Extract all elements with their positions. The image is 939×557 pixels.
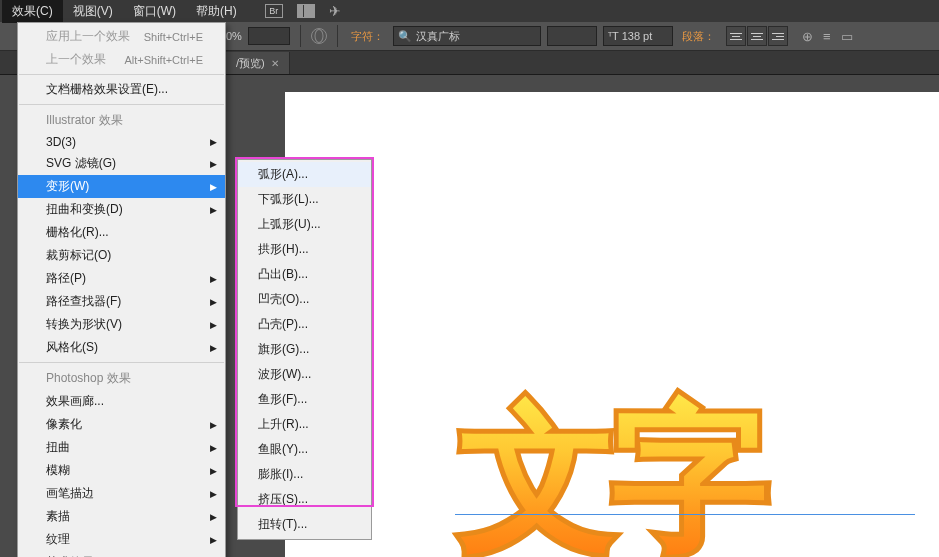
- warp-rise[interactable]: 上升(R)...: [238, 412, 371, 437]
- effect-rasterize[interactable]: 栅格化(R)...: [18, 221, 225, 244]
- warp-inflate[interactable]: 膨胀(I)...: [238, 462, 371, 487]
- effects-menu-dropdown: 应用上一个效果Shift+Ctrl+E 上一个效果Alt+Shift+Ctrl+…: [17, 22, 226, 557]
- apply-last-effect: 应用上一个效果Shift+Ctrl+E: [18, 25, 225, 48]
- effect-path[interactable]: 路径(P)▶: [18, 267, 225, 290]
- effect-crop-marks[interactable]: 裁剪标记(O): [18, 244, 225, 267]
- paragraph-label: 段落：: [682, 29, 715, 44]
- gpu-preview-icon[interactable]: ✈: [329, 3, 341, 19]
- align-panel-icon[interactable]: ≡: [823, 29, 831, 44]
- warp-arc-lower[interactable]: 下弧形(L)...: [238, 187, 371, 212]
- warp-wave[interactable]: 波形(W)...: [238, 362, 371, 387]
- effect-brush-strokes[interactable]: 画笔描边▶: [18, 482, 225, 505]
- warp-bulge[interactable]: 凸出(B)...: [238, 262, 371, 287]
- align-left-button[interactable]: [726, 26, 746, 46]
- warp-flag[interactable]: 旗形(G)...: [238, 337, 371, 362]
- menu-separator: [19, 104, 224, 105]
- separator: [337, 25, 338, 47]
- effect-3d[interactable]: 3D(3)▶: [18, 132, 225, 152]
- menu-separator: [19, 362, 224, 363]
- options-more-icons: ⊕ ≡ ▭: [802, 29, 853, 44]
- globe-icon[interactable]: [311, 28, 327, 44]
- align-center-button[interactable]: [747, 26, 767, 46]
- effect-distort-ps[interactable]: 扭曲▶: [18, 436, 225, 459]
- warp-arc[interactable]: 弧形(A)...: [238, 162, 371, 187]
- font-family-field[interactable]: 🔍 汉真广标: [393, 26, 541, 46]
- menu-effects[interactable]: 效果(C): [2, 0, 63, 23]
- text-artwork[interactable]: 文字 文字: [460, 398, 764, 556]
- arrange-docs-icon[interactable]: [297, 4, 315, 18]
- search-icon: 🔍: [398, 30, 412, 43]
- font-style-dropdown[interactable]: [547, 26, 597, 46]
- character-label: 字符：: [351, 29, 384, 44]
- effect-gallery[interactable]: 效果画廊...: [18, 390, 225, 413]
- effect-distort-transform[interactable]: 扭曲和变换(D)▶: [18, 198, 225, 221]
- menu-window[interactable]: 窗口(W): [123, 0, 186, 23]
- warp-icon[interactable]: ⊕: [802, 29, 813, 44]
- warp-shell-upper[interactable]: 凸壳(P)...: [238, 312, 371, 337]
- effect-warp[interactable]: 变形(W)▶: [18, 175, 225, 198]
- effect-sketch[interactable]: 素描▶: [18, 505, 225, 528]
- warp-submenu: 弧形(A)... 下弧形(L)... 上弧形(U)... 拱形(H)... 凸出…: [237, 159, 372, 540]
- bridge-icon[interactable]: Br: [265, 4, 283, 18]
- font-name-value: 汉真广标: [416, 29, 460, 44]
- warp-arc-upper[interactable]: 上弧形(U)...: [238, 212, 371, 237]
- doc-raster-settings[interactable]: 文档栅格效果设置(E)...: [18, 78, 225, 101]
- artboard[interactable]: 文字 文字: [285, 92, 939, 557]
- tab-title-fragment: /预览): [236, 56, 265, 71]
- photoshop-effects-header: Photoshop 效果: [18, 366, 225, 390]
- effect-blur[interactable]: 模糊▶: [18, 459, 225, 482]
- warp-fisheye[interactable]: 鱼眼(Y)...: [238, 437, 371, 462]
- font-size-value: 138 pt: [622, 30, 653, 42]
- paragraph-align-group: [726, 26, 788, 46]
- canvas-area: 文字 文字: [285, 92, 939, 557]
- separator: [300, 25, 301, 47]
- zoom-value: 0%: [226, 30, 242, 42]
- text-baseline-indicator: [455, 514, 915, 515]
- warp-fish[interactable]: 鱼形(F)...: [238, 387, 371, 412]
- transform-icon[interactable]: ▭: [841, 29, 853, 44]
- menu-view[interactable]: 视图(V): [63, 0, 123, 23]
- text-fill: 文字: [460, 389, 764, 557]
- effect-svg-filters[interactable]: SVG 滤镜(G)▶: [18, 152, 225, 175]
- menu-bar: 效果(C) 视图(V) 窗口(W) 帮助(H) Br ✈: [0, 0, 939, 22]
- effect-texture[interactable]: 纹理▶: [18, 528, 225, 551]
- warp-arch[interactable]: 拱形(H)...: [238, 237, 371, 262]
- menu-help[interactable]: 帮助(H): [186, 0, 247, 23]
- zoom-dropdown[interactable]: [248, 27, 290, 45]
- align-right-button[interactable]: [768, 26, 788, 46]
- warp-shell-lower[interactable]: 凹壳(O)...: [238, 287, 371, 312]
- menu-separator: [19, 74, 224, 75]
- warp-twist[interactable]: 扭转(T)...: [238, 512, 371, 537]
- illustrator-effects-header: Illustrator 效果: [18, 108, 225, 132]
- effect-pathfinder[interactable]: 路径查找器(F)▶: [18, 290, 225, 313]
- effect-pixelate[interactable]: 像素化▶: [18, 413, 225, 436]
- close-icon[interactable]: ✕: [271, 58, 279, 69]
- effect-artistic[interactable]: 艺术效果▶: [18, 551, 225, 557]
- effect-convert-shape[interactable]: 转换为形状(V)▶: [18, 313, 225, 336]
- effect-stylize-ai[interactable]: 风格化(S)▶: [18, 336, 225, 359]
- font-size-field[interactable]: ᵀT 138 pt: [603, 26, 673, 46]
- warp-squeeze[interactable]: 挤压(S)...: [238, 487, 371, 512]
- last-effect: 上一个效果Alt+Shift+Ctrl+E: [18, 48, 225, 71]
- type-size-icon: ᵀT: [608, 30, 619, 43]
- menubar-icons: Br ✈: [265, 3, 341, 19]
- document-tab[interactable]: /预览) ✕: [226, 52, 290, 74]
